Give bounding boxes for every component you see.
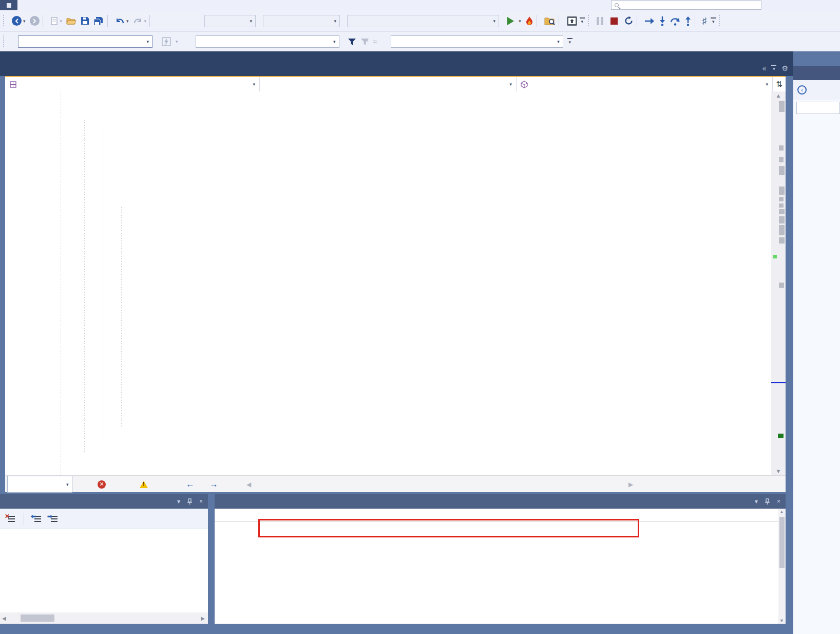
step-into-button[interactable] <box>659 16 666 26</box>
clear-results-button[interactable]: ✕ <box>6 515 15 523</box>
editor-vertical-scrollbar[interactable]: ▲ ▼ <box>771 91 786 475</box>
call-stack-vscrollbar[interactable]: ▲ ▼ <box>778 509 786 624</box>
pause-button[interactable] <box>597 17 603 25</box>
hscroll-right-icon[interactable]: ▶ <box>628 476 633 493</box>
scroll-position-line <box>771 382 786 383</box>
zoom-combo[interactable]: ▾ <box>7 476 72 493</box>
redo-dropdown-caret[interactable]: ▾ <box>144 18 147 24</box>
pin-icon[interactable] <box>765 498 770 505</box>
scroll-down-icon[interactable]: ▼ <box>771 468 786 474</box>
solution-config-combo[interactable]: ▾ <box>204 15 256 27</box>
window-position-caret-icon[interactable]: ▾ <box>755 498 758 505</box>
reset-filter-button[interactable] <box>360 38 369 46</box>
navigate-back-button[interactable]: ▾ <box>12 16 26 26</box>
save-button[interactable] <box>81 16 89 25</box>
startup-project-combo[interactable]: ▾ <box>347 15 499 27</box>
solution-search-input[interactable] <box>796 102 840 114</box>
hot-reload-button[interactable] <box>525 16 533 26</box>
hexadecimal-icon: ♯ <box>702 16 707 26</box>
new-file-dropdown-caret[interactable]: ▾ <box>60 18 63 24</box>
show-all-windows-button[interactable]: ▾ <box>566 16 585 26</box>
toolbar-grip[interactable] <box>718 15 721 27</box>
clear-x-icon: ✕ <box>5 513 10 520</box>
project-nav-caret[interactable]: ▾ <box>249 82 255 87</box>
navigate-forward-button[interactable] <box>30 16 40 26</box>
process-combo[interactable]: ▾ <box>18 35 152 48</box>
toolbar-grip[interactable] <box>3 35 5 48</box>
scroll-up-icon[interactable]: ▲ <box>779 509 784 514</box>
continue-dropdown-caret[interactable]: ▾ <box>519 18 521 24</box>
lifecycle-dropdown-caret[interactable]: ▾ <box>176 39 178 44</box>
navigate-backward-icon[interactable]: ← <box>186 476 195 493</box>
call-stack-title-bar[interactable]: ▾ × <box>215 494 786 509</box>
close-icon[interactable]: × <box>777 498 780 505</box>
back-circle-icon[interactable]: ‹ <box>797 85 807 95</box>
find-results-title-bar[interactable]: ▾ × <box>0 494 208 509</box>
toolbar-grip[interactable] <box>3 15 5 27</box>
thread-combo[interactable]: ▾ <box>196 35 339 48</box>
hscroll-left-icon[interactable]: ◀ <box>246 476 251 493</box>
project-nav-combo[interactable]: ▾ <box>5 77 260 91</box>
editor-status-bar: ▾ ✕ ← → ◀ ▶ <box>5 475 786 492</box>
save-all-button[interactable] <box>93 16 104 26</box>
quick-search-input[interactable] <box>611 1 761 10</box>
navigate-forward-icon[interactable]: → <box>209 476 218 493</box>
solution-platform-combo[interactable]: ▾ <box>263 15 340 27</box>
back-dropdown-caret[interactable]: ▾ <box>23 18 26 24</box>
step-into-icon <box>659 16 666 26</box>
next-result-button[interactable]: ➡ <box>49 515 58 523</box>
toggle-flagged-button[interactable]: ≈ <box>373 37 377 46</box>
new-file-button[interactable]: ▾ <box>50 16 63 26</box>
split-editor-handle[interactable]: ⇅ <box>772 77 786 91</box>
stack-frame-combo[interactable]: ▾ <box>391 35 563 48</box>
open-file-button[interactable] <box>66 16 77 25</box>
tab-settings-gear-icon[interactable]: ⚙ <box>781 64 788 72</box>
restart-button[interactable] <box>624 16 634 26</box>
undo-dropdown-caret[interactable]: ▾ <box>126 18 129 24</box>
previous-result-button[interactable]: ⬅ <box>32 515 42 523</box>
scroll-up-icon[interactable]: ▲ <box>771 92 786 99</box>
vscroll-thumb[interactable] <box>779 517 785 568</box>
member-nav-caret[interactable]: ▾ <box>761 82 768 87</box>
filter-threads-button[interactable] <box>348 38 356 46</box>
window-position-caret-icon[interactable]: ▾ <box>177 498 180 505</box>
windows-dropdown-caret[interactable]: ▾ <box>580 17 585 24</box>
hex-display-button[interactable]: ♯ <box>702 16 707 26</box>
tab-list-dropdown[interactable]: ▾ <box>771 65 776 71</box>
redo-button[interactable]: ▾ <box>133 17 147 25</box>
forward-arrow-icon <box>30 16 40 26</box>
find-results-toolbar: ✕ ⬅ ➡ <box>0 509 208 529</box>
close-icon[interactable]: × <box>199 498 203 505</box>
scope-nav-combo[interactable]: ▾ <box>260 77 517 91</box>
step-over-icon <box>670 16 680 26</box>
filter-funnel-icon <box>348 38 356 46</box>
member-nav-combo[interactable]: ▾ <box>517 77 772 91</box>
standard-toolbar: ▾ ▾ ▾ ▾ ▾ ▾ ▾ ▾ <box>0 10 840 32</box>
stop-debugging-button[interactable] <box>610 17 618 25</box>
hscroll-left-icon[interactable]: ◀ <box>2 612 6 624</box>
code-editor[interactable]: ▲ ▼ <box>5 91 786 475</box>
hscroll-thumb[interactable] <box>21 614 54 622</box>
show-next-statement-button[interactable] <box>644 17 655 25</box>
scroll-down-icon[interactable]: ▼ <box>779 618 784 623</box>
debug-toolbar-overflow[interactable]: ▾ <box>567 38 572 45</box>
redo-icon <box>133 17 143 25</box>
find-in-files-button[interactable] <box>544 16 556 26</box>
scope-nav-caret[interactable]: ▾ <box>505 82 512 87</box>
solution-explorer-title[interactable] <box>793 66 840 80</box>
step-over-button[interactable] <box>670 16 680 26</box>
error-count[interactable]: ✕ <box>98 476 109 493</box>
undo-button[interactable]: ▾ <box>115 17 129 25</box>
toolbar-grip[interactable] <box>587 15 590 27</box>
warning-count[interactable] <box>140 476 151 493</box>
scroll-tabs-icon[interactable]: « <box>762 64 767 72</box>
pin-icon[interactable] <box>187 498 193 505</box>
step-out-button[interactable] <box>684 16 692 26</box>
continue-button[interactable]: ▾ <box>507 17 521 25</box>
hscroll-right-icon[interactable]: ▶ <box>201 612 205 624</box>
find-results-hscrollbar[interactable]: ◀ ▶ <box>0 612 208 624</box>
stop-icon <box>610 17 618 25</box>
lifecycle-events-button[interactable]: ▾ <box>162 37 178 46</box>
toolbar-overflow-button[interactable]: ▾ <box>711 17 716 24</box>
pause-icon <box>597 17 603 25</box>
